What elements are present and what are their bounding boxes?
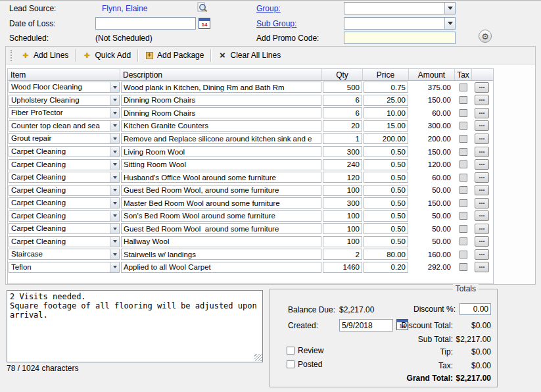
price-input[interactable] xyxy=(364,146,408,157)
qty-input[interactable] xyxy=(323,146,362,157)
quick-add-button[interactable]: Quick Add xyxy=(78,48,135,62)
row-options-button[interactable]: ... xyxy=(475,224,489,234)
column-header-amount[interactable]: Amount xyxy=(409,69,455,80)
chevron-down-icon[interactable] xyxy=(110,121,119,131)
item-combobox[interactable]: Carpet Cleaning xyxy=(9,172,120,183)
row-options-button[interactable]: ... xyxy=(475,134,489,144)
textarea-resize-grip[interactable] xyxy=(254,354,262,361)
date-of-loss-input[interactable] xyxy=(95,17,196,30)
row-options-button[interactable]: ... xyxy=(475,249,489,260)
description-input[interactable] xyxy=(121,236,321,247)
price-input[interactable] xyxy=(364,236,408,247)
row-options-button[interactable]: ... xyxy=(475,120,489,131)
price-input[interactable] xyxy=(364,210,408,222)
chevron-down-icon[interactable] xyxy=(110,147,119,157)
chevron-down-icon[interactable] xyxy=(110,224,119,233)
row-options-button[interactable]: ... xyxy=(475,236,489,247)
chevron-down-icon[interactable] xyxy=(110,249,119,259)
item-combobox[interactable]: Carpet Cleaning xyxy=(9,159,120,170)
row-options-button[interactable]: ... xyxy=(475,172,489,183)
chevron-down-icon[interactable] xyxy=(110,185,119,195)
price-input[interactable] xyxy=(364,172,408,183)
column-header-description[interactable]: Description xyxy=(120,69,322,80)
description-input[interactable] xyxy=(121,107,321,118)
chevron-down-icon[interactable] xyxy=(110,160,119,170)
tax-checkbox[interactable] xyxy=(459,96,467,104)
row-options-button[interactable]: ... xyxy=(475,159,489,170)
item-combobox[interactable]: Carpet Cleaning xyxy=(9,146,120,157)
qty-input[interactable] xyxy=(323,210,362,222)
chevron-down-icon[interactable] xyxy=(110,198,119,208)
description-input[interactable] xyxy=(121,120,321,132)
qty-input[interactable] xyxy=(323,197,362,208)
tax-checkbox[interactable] xyxy=(459,199,467,207)
tax-checkbox[interactable] xyxy=(459,84,467,91)
qty-input[interactable] xyxy=(323,107,362,118)
item-combobox[interactable]: Grout repair xyxy=(9,133,120,144)
description-input[interactable] xyxy=(121,185,321,196)
tax-checkbox[interactable] xyxy=(459,251,467,258)
calendar-icon[interactable] xyxy=(199,18,210,29)
review-checkbox[interactable] xyxy=(287,347,294,355)
price-input[interactable] xyxy=(364,197,408,208)
add-package-button[interactable]: Add Package xyxy=(140,48,208,62)
item-combobox[interactable]: Upholstery Cleaning xyxy=(9,95,120,106)
qty-input[interactable] xyxy=(323,82,362,93)
qty-input[interactable] xyxy=(323,159,362,170)
chevron-down-icon[interactable] xyxy=(110,108,119,118)
gear-icon[interactable] xyxy=(479,30,492,43)
posted-checkbox[interactable] xyxy=(287,360,294,368)
chevron-down-icon[interactable] xyxy=(110,82,119,92)
tax-checkbox[interactable] xyxy=(459,212,467,220)
item-combobox[interactable]: Carpet Cleaning xyxy=(9,223,120,234)
tax-checkbox[interactable] xyxy=(459,237,467,245)
column-header-price[interactable]: Price xyxy=(363,69,409,80)
chevron-down-icon[interactable] xyxy=(110,95,119,105)
clear-all-lines-button[interactable]: Clear All Lines xyxy=(213,48,285,62)
item-combobox[interactable]: Carpet Cleaning xyxy=(9,197,120,208)
lead-source-value[interactable]: Flynn, Elaine xyxy=(102,4,147,13)
price-input[interactable] xyxy=(364,95,408,106)
tax-checkbox[interactable] xyxy=(459,109,467,117)
price-input[interactable] xyxy=(364,82,408,93)
description-input[interactable] xyxy=(121,197,321,208)
tax-checkbox[interactable] xyxy=(459,186,467,194)
sub-group-select[interactable] xyxy=(344,17,456,30)
tax-checkbox[interactable] xyxy=(459,135,467,143)
item-combobox[interactable]: Teflon xyxy=(9,262,120,273)
row-options-button[interactable]: ... xyxy=(475,82,489,93)
item-combobox[interactable]: Carpet Cleaning xyxy=(9,236,120,247)
row-options-button[interactable]: ... xyxy=(475,147,489,157)
qty-input[interactable] xyxy=(323,133,362,144)
tax-checkbox[interactable] xyxy=(459,122,467,130)
chevron-down-icon[interactable] xyxy=(110,172,119,182)
tax-checkbox[interactable] xyxy=(459,148,467,156)
created-date-input[interactable] xyxy=(339,319,393,331)
chevron-down-icon[interactable] xyxy=(110,262,119,272)
description-input[interactable] xyxy=(121,210,321,222)
search-icon[interactable] xyxy=(196,1,208,13)
item-combobox[interactable]: Carpet Cleaning xyxy=(9,210,120,222)
item-combobox[interactable]: Counter top clean and sea xyxy=(9,120,120,132)
description-input[interactable] xyxy=(121,95,321,106)
chevron-down-icon[interactable] xyxy=(110,237,119,247)
tax-checkbox[interactable] xyxy=(459,174,467,182)
group-label[interactable]: Group: xyxy=(256,4,281,13)
row-options-button[interactable]: ... xyxy=(475,210,489,221)
item-combobox[interactable]: Wood Floor Cleaning xyxy=(9,82,120,93)
sub-group-label[interactable]: Sub Group: xyxy=(256,19,296,28)
price-input[interactable] xyxy=(364,262,408,273)
tax-checkbox[interactable] xyxy=(459,160,467,168)
price-input[interactable] xyxy=(364,159,408,170)
description-input[interactable] xyxy=(121,146,321,157)
price-input[interactable] xyxy=(364,185,408,196)
qty-input[interactable] xyxy=(323,185,362,196)
column-header-qty[interactable]: Qty xyxy=(322,69,363,80)
description-input[interactable] xyxy=(121,262,321,273)
row-options-button[interactable]: ... xyxy=(475,198,489,208)
item-combobox[interactable]: Staircase xyxy=(9,249,120,260)
qty-input[interactable] xyxy=(323,236,362,247)
qty-input[interactable] xyxy=(323,120,362,132)
column-header-tax[interactable]: Tax xyxy=(455,69,472,80)
price-input[interactable] xyxy=(364,249,408,260)
